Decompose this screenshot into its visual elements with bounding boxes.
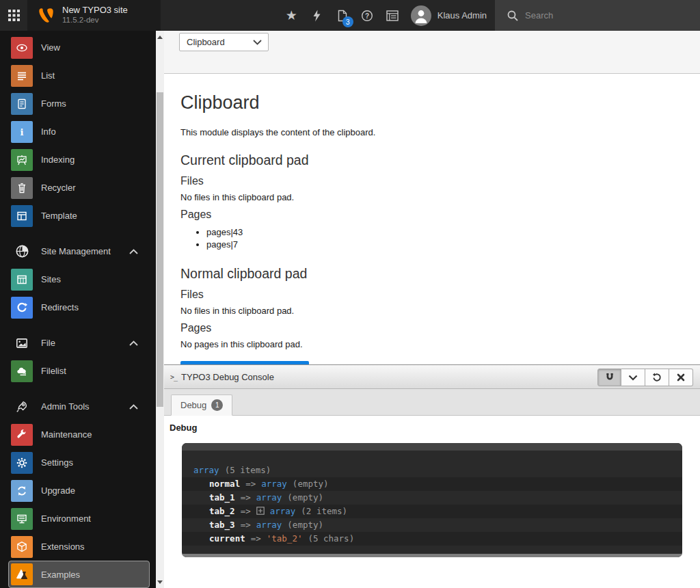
- arrow-operator: =>: [241, 506, 251, 516]
- debug-console-header[interactable]: >_ TYPO3 Debug Console: [164, 365, 700, 389]
- cube-icon: [11, 536, 33, 558]
- debug-console-title: TYPO3 Debug Console: [181, 372, 274, 382]
- debug-console-buttons: [597, 369, 693, 386]
- array-keyword: array: [193, 465, 219, 475]
- typo3-flask-icon: [11, 563, 33, 585]
- star-icon: ★: [286, 9, 297, 22]
- autoscroll-button[interactable]: [597, 369, 621, 386]
- sidebar-item-label: Environment: [41, 513, 91, 524]
- chevron-down-icon: [628, 375, 638, 381]
- module-function-select[interactable]: Clipboard: [179, 33, 269, 51]
- help-icon: ?: [361, 10, 373, 22]
- scrollbar-thumb[interactable]: [157, 92, 163, 407]
- info-icon: i: [11, 121, 33, 143]
- string-value: 'tab_2': [267, 533, 303, 544]
- dump-row: current=>'tab_2'(5 chars): [182, 532, 682, 546]
- collapse-console-button[interactable]: [621, 369, 645, 386]
- site-home-button[interactable]: New TYPO3 site 11.5.2-dev: [27, 0, 161, 31]
- chevron-down-icon: [253, 40, 262, 45]
- item-count: (empty): [287, 520, 323, 530]
- redirect-arrow-icon: [11, 297, 33, 319]
- array-key: tab_2: [209, 506, 235, 516]
- clear-cache-toolbar-button[interactable]: [304, 0, 329, 31]
- opendocs-count-badge: 3: [342, 16, 353, 27]
- sidebar-item-label: Redirects: [41, 302, 79, 312]
- sidebar-item-info[interactable]: i Info: [0, 118, 156, 146]
- username-label: Klaus Admin: [438, 10, 487, 21]
- user-toolbar-button[interactable]: Klaus Admin: [405, 0, 495, 31]
- module-menu-toggle-button[interactable]: [0, 0, 27, 31]
- search-icon: [507, 10, 518, 21]
- sidebar-item-settings[interactable]: Settings: [0, 449, 156, 477]
- sidebar-item-view[interactable]: View: [0, 34, 156, 62]
- clear-console-button[interactable]: [645, 369, 669, 386]
- expand-plus-icon[interactable]: [256, 507, 265, 515]
- sidebar-item-extensions[interactable]: Extensions: [0, 533, 156, 561]
- trash-icon: [11, 177, 33, 199]
- normal-files-heading: Files: [180, 288, 684, 301]
- sidebar-item-recycler[interactable]: Recycler: [0, 174, 156, 202]
- close-console-button[interactable]: [669, 369, 693, 386]
- sidebar-item-environment[interactable]: Environment: [0, 505, 156, 533]
- chevron-up-icon: [129, 249, 138, 254]
- rocket-icon: [11, 396, 33, 418]
- triangle-up-icon: [157, 36, 163, 39]
- dump-rows: array(5 items) normal=>array(empty) tab_…: [182, 451, 682, 554]
- scrollbar-down-arrow[interactable]: [156, 577, 164, 587]
- array-keyword: array: [256, 492, 282, 503]
- array-keyword: array: [261, 479, 287, 489]
- normal-pages-heading: Pages: [180, 321, 684, 334]
- sidebar-item-filelist[interactable]: Filelist: [0, 357, 156, 385]
- eye-icon: [11, 37, 33, 59]
- search-input[interactable]: [525, 10, 682, 21]
- bookmark-toolbar-button[interactable]: ★: [279, 0, 304, 31]
- array-key: tab_1: [209, 492, 235, 503]
- gear-icon: [11, 452, 33, 474]
- sidebar-item-list[interactable]: List: [0, 62, 156, 90]
- layout-icon: [11, 205, 33, 227]
- array-keyword: array: [270, 506, 296, 516]
- systeminformation-toolbar-button[interactable]: [380, 0, 405, 31]
- item-count: (5 items): [225, 465, 271, 475]
- image-icon: [11, 332, 33, 354]
- chevron-up-icon: [129, 404, 138, 410]
- opendocs-toolbar-button[interactable]: 3: [329, 0, 355, 31]
- sidebar-scrollbar[interactable]: [156, 31, 164, 588]
- module-intro-text: This module displays the content of the …: [180, 127, 684, 137]
- sidebar-item-upgrade[interactable]: Upgrade: [0, 477, 156, 505]
- normal-pages-empty-text: No pages in this clipboard pad.: [180, 339, 684, 349]
- sidebar-section-site-management[interactable]: Site Management: [0, 237, 156, 265]
- chevron-up-icon: [129, 340, 138, 346]
- normal-pad-heading: Normal clipboard pad: [180, 266, 684, 282]
- sidebar-item-redirects[interactable]: Redirects: [0, 293, 156, 321]
- svg-text:?: ?: [365, 12, 369, 19]
- sidebar-item-forms[interactable]: Forms: [0, 90, 156, 118]
- array-keyword: array: [256, 520, 282, 530]
- arrow-operator: =>: [245, 479, 256, 489]
- sidebar-item-label: Extensions: [41, 542, 85, 552]
- list-item: pages|7: [206, 239, 684, 251]
- form-icon: [11, 93, 33, 115]
- sidebar-item-indexing[interactable]: Indexing: [0, 146, 156, 174]
- sidebar-item-sites[interactable]: Sites: [0, 265, 156, 293]
- easel-chart-icon: [11, 149, 33, 171]
- sidebar-item-label: Indexing: [41, 155, 75, 165]
- sidebar-item-maintenance[interactable]: Maintenance: [0, 420, 156, 449]
- help-toolbar-button[interactable]: ?: [355, 0, 380, 31]
- typo3-backend: New TYPO3 site 11.5.2-dev ★ 3 ?: [0, 0, 700, 588]
- sidebar-item-template[interactable]: Template: [0, 202, 156, 230]
- arrow-operator: =>: [241, 492, 251, 503]
- sidebar-section-file[interactable]: File: [0, 329, 156, 357]
- close-icon: [677, 373, 685, 382]
- grid-icon: [8, 10, 20, 21]
- debug-console-tabbar: Debug 1: [164, 389, 700, 416]
- avatar: [411, 5, 431, 26]
- sidebar-section-admin-tools[interactable]: Admin Tools: [0, 392, 156, 420]
- tab-debug[interactable]: Debug 1: [171, 395, 232, 416]
- typo3-version: 11.5.2-dev: [62, 16, 128, 25]
- sidebar-item-examples[interactable]: Examples: [8, 561, 150, 588]
- sidebar-section-label: File: [41, 338, 55, 348]
- scrollbar-up-arrow[interactable]: [156, 32, 164, 42]
- dump-panel-bottom-bar[interactable]: [182, 554, 682, 557]
- item-count: (empty): [287, 492, 323, 503]
